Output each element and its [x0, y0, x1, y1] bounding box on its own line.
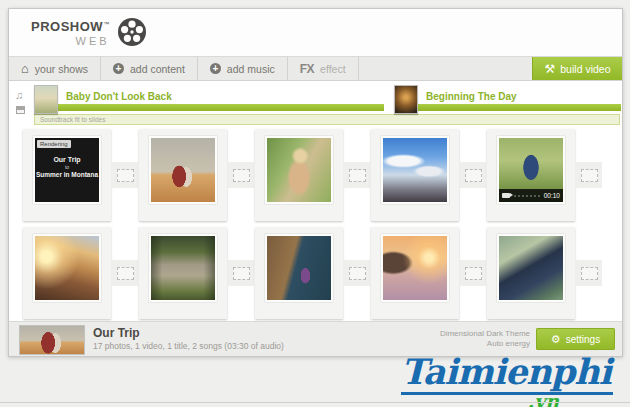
add-music-button[interactable]: + add music — [198, 57, 288, 80]
your-shows-button[interactable]: ⌂ your shows — [9, 57, 101, 80]
settings-button[interactable]: ⚙ settings — [536, 328, 615, 350]
title-line-1: Our Trip — [35, 156, 99, 163]
transition-drop-zone — [117, 267, 134, 280]
slide-sunset-mountains[interactable] — [23, 227, 111, 319]
transition-placeholder[interactable] — [228, 260, 254, 286]
plus-icon: + — [210, 63, 221, 74]
transition-placeholder[interactable] — [460, 260, 486, 286]
track-1-album-art[interactable] — [34, 85, 58, 114]
proshow-web-window: PROSHOW™ WEB ⌂ your shows + add content — [8, 8, 623, 357]
logo-proshow: PROSHOW™ — [31, 18, 110, 33]
track-1-waveform-bar[interactable] — [34, 104, 384, 111]
video-camera-icon — [502, 193, 510, 198]
stone-pier-thumbnail — [149, 234, 217, 302]
transition-placeholder[interactable] — [112, 260, 138, 286]
transition-drop-zone — [581, 169, 598, 182]
your-shows-label: your shows — [35, 63, 88, 75]
music-track-icon: ♫ — [15, 89, 23, 101]
title-line-2: to — [35, 164, 99, 170]
cliff-sitter-thumbnail — [265, 234, 333, 302]
slide-cliff-sitter[interactable] — [255, 227, 343, 319]
effect-label: effect — [320, 63, 346, 75]
video-track-icon — [16, 106, 25, 114]
transition-drop-zone — [349, 267, 366, 280]
theme-info: Dimensional Dark Theme Auto energy — [440, 329, 530, 349]
page-bottom-divider — [0, 402, 630, 403]
main-toolbar: ⌂ your shows + add content + add music F… — [9, 56, 622, 81]
track-2-waveform-bar[interactable] — [394, 104, 621, 111]
gear-icon: ⚙ — [551, 334, 561, 345]
filmstrip-row-1: RenderingOur TriptoSummer in Montana00:1… — [9, 129, 622, 227]
transition-placeholder[interactable] — [228, 162, 254, 188]
transition-placeholder[interactable] — [112, 162, 138, 188]
home-icon: ⌂ — [21, 64, 29, 74]
proshow-logo: PROSHOW™ WEB — [31, 18, 148, 48]
transition-placeholder[interactable] — [576, 260, 602, 286]
soundtrack-timing-bar[interactable]: Soundtrack fit to slides — [34, 114, 620, 125]
slide-mountain-sky[interactable] — [371, 129, 459, 221]
slide-hiker-video[interactable]: 00:10 — [487, 129, 575, 221]
transition-drop-zone — [465, 267, 482, 280]
sea-sunset-thumbnail — [381, 234, 449, 302]
slide-sneaker[interactable] — [487, 227, 575, 319]
taimienphi-watermark: Taimienphi .vn — [393, 352, 621, 407]
film-reel-icon — [116, 16, 148, 48]
mountain-sky-thumbnail — [381, 136, 449, 204]
sunset-mountains-thumbnail — [33, 234, 101, 302]
video-overlay-bar: 00:10 — [499, 189, 563, 202]
transition-drop-zone — [117, 169, 134, 182]
build-video-button[interactable]: ⚒ build video — [532, 57, 622, 80]
add-content-button[interactable]: + add content — [101, 57, 198, 80]
transition-drop-zone — [233, 267, 250, 280]
track-1-title: Baby Don't Look Back — [66, 91, 172, 102]
settings-label: settings — [566, 334, 600, 345]
sneaker-thumbnail — [497, 234, 565, 302]
video-progress — [514, 195, 540, 197]
transition-placeholder[interactable] — [344, 260, 370, 286]
title-line-3: Summer in Montana — [35, 171, 99, 178]
transition-drop-zone — [233, 169, 250, 182]
transition-drop-zone — [465, 169, 482, 182]
theme-energy: Auto energy — [440, 339, 530, 349]
hiker-video-thumbnail: 00:10 — [497, 136, 565, 204]
slide-beach-couple[interactable] — [139, 129, 227, 221]
show-details: 17 photos, 1 video, 1 title, 2 songs (03… — [93, 341, 284, 351]
transition-drop-zone — [349, 169, 366, 182]
fx-icon: FX — [300, 62, 314, 76]
beach-couple-thumbnail — [149, 136, 217, 204]
title-dark-thumbnail: RenderingOur TriptoSummer in Montana — [33, 136, 101, 204]
trademark-symbol: ™ — [103, 21, 110, 27]
build-video-label: build video — [560, 63, 610, 75]
show-title: Our Trip — [93, 326, 140, 340]
timing-label: Soundtrack fit to slides — [40, 116, 105, 123]
filmstrip-row-2 — [9, 227, 622, 325]
app-header: PROSHOW™ WEB — [9, 9, 622, 56]
add-content-label: add content — [130, 63, 185, 75]
transition-placeholder[interactable] — [576, 162, 602, 188]
transition-drop-zone — [581, 267, 598, 280]
watermark-name: Taimienphi — [401, 352, 613, 395]
track-2-album-art[interactable] — [394, 85, 418, 114]
plus-icon: + — [113, 63, 124, 74]
slide-grid: RenderingOur TriptoSummer in Montana00:1… — [9, 129, 622, 325]
blonde-woman-thumbnail — [265, 136, 333, 204]
effects-button[interactable]: FX effect — [288, 57, 359, 80]
theme-name: Dimensional Dark Theme — [440, 329, 530, 339]
build-tools-icon: ⚒ — [545, 63, 556, 75]
transition-placeholder[interactable] — [460, 162, 486, 188]
slide-title-dark[interactable]: RenderingOur TriptoSummer in Montana — [23, 129, 111, 221]
slide-stone-pier[interactable] — [139, 227, 227, 319]
title-slide-text: Our TriptoSummer in Montana — [35, 156, 99, 178]
logo-web: WEB — [31, 35, 110, 48]
slide-sea-sunset[interactable] — [371, 227, 459, 319]
slide-blonde-woman[interactable] — [255, 129, 343, 221]
rendering-badge: Rendering — [37, 140, 71, 148]
video-duration: 00:10 — [544, 192, 560, 199]
show-cover-thumbnail[interactable] — [19, 325, 85, 355]
transition-placeholder[interactable] — [344, 162, 370, 188]
track-2-title: Beginning The Day — [426, 91, 517, 102]
add-music-label: add music — [227, 63, 275, 75]
proshow-logo-text: PROSHOW™ WEB — [31, 18, 110, 47]
